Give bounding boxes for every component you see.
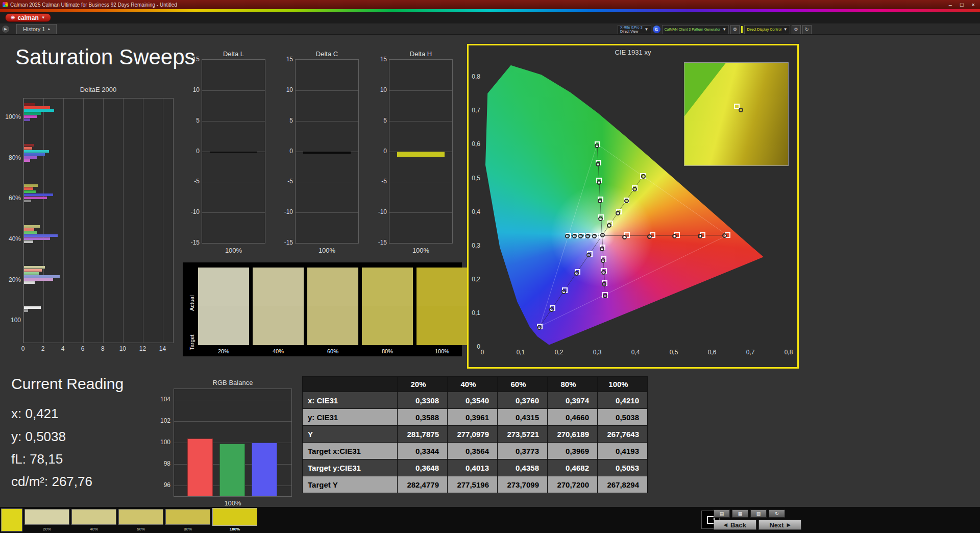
arrow-left-icon: ◀ — [724, 522, 727, 527]
target-color — [253, 306, 304, 345]
reset-button[interactable]: ↻ — [769, 510, 785, 518]
deltae-bar — [24, 144, 34, 147]
rgb-balance-chart[interactable]: RGB Balance 1041021009896 100% — [154, 379, 293, 507]
axis-tick-label: -10 — [278, 208, 293, 215]
reading-y: y: 0,5038 — [11, 429, 66, 445]
footer-swatch[interactable] — [118, 509, 163, 525]
footer-swatch[interactable] — [165, 509, 210, 525]
display-control-dropdown[interactable]: Direct Display Control ▼ — [744, 25, 790, 34]
table-row: Target y:CIE310,36480,40130,43580,46820,… — [303, 459, 648, 476]
delta-c-plot[interactable] — [295, 59, 359, 244]
deltae-bar — [24, 272, 39, 275]
screenshot-button[interactable]: ▤ — [714, 510, 730, 518]
gridline — [202, 243, 265, 244]
back-button[interactable]: ◀ Back — [714, 520, 756, 530]
cie-zoom-inset — [684, 62, 789, 166]
refresh-icon: ↻ — [805, 27, 809, 32]
axis-tick-label: 0,5 — [670, 349, 678, 356]
measured-circle-marker — [595, 143, 599, 148]
inset-gamut-region — [684, 63, 788, 165]
table-row: Target x:CIE310,33440,35640,37730,39690,… — [303, 443, 648, 459]
refresh-button[interactable]: ↻ — [802, 25, 812, 34]
delta-l-plot[interactable] — [202, 59, 265, 244]
deltae2000-chart[interactable]: DeltaE 2000 100%80%60%40%20%100 02468101… — [2, 86, 175, 356]
axis-tick-label: 10 — [119, 345, 126, 352]
delta_c[interactable]: Delta C 151050-5-10-15 100% — [279, 50, 359, 255]
axis-tick-label: 60% — [1, 195, 21, 202]
maximize-button[interactable]: □ — [960, 2, 964, 8]
gridline — [296, 60, 358, 60]
axis-category-label: 100% — [389, 247, 453, 254]
gridline — [389, 90, 452, 91]
footer-swatch[interactable] — [24, 509, 69, 525]
report-button[interactable]: ▧ — [750, 510, 767, 518]
deltae-bar — [24, 193, 53, 196]
pattern-generator-dropdown[interactable]: CalMAN Client 3 Pattern Generator ▼ — [662, 25, 729, 34]
chevron-down-icon: ▼ — [783, 27, 788, 32]
tab-history-1[interactable]: History 1 ▸ — [16, 24, 57, 34]
refresh-icon: ↻ — [775, 511, 779, 516]
actual-color — [253, 268, 304, 306]
axis-tick-label: 15 — [372, 56, 387, 63]
layout-button[interactable]: ▦ — [732, 510, 748, 518]
axis-tick-label: 98 — [153, 460, 170, 467]
comparison-swatch — [307, 268, 358, 345]
meter-status-icon[interactable]: i1 — [653, 26, 660, 33]
delta-h-plot[interactable] — [389, 59, 453, 244]
deltae-bar — [24, 112, 41, 115]
axis-tick-label: 6 — [81, 345, 85, 352]
measured-circle-marker — [586, 253, 591, 257]
axis-tick-label: 2 — [41, 345, 45, 352]
rgb-plot[interactable] — [174, 389, 292, 497]
target-color — [307, 306, 358, 345]
history-collapse-button[interactable]: ▶ — [2, 26, 9, 33]
display-control-name: Direct Display Control — [747, 28, 781, 31]
deltae-bar — [24, 106, 50, 109]
column-header: 40% — [448, 377, 498, 392]
chart-title: RGB Balance — [174, 379, 292, 386]
swatch-label: 60% — [307, 348, 358, 354]
meter-mode: Direct View — [620, 30, 643, 34]
cell-value: 0,3760 — [498, 392, 548, 409]
cie1931-chart[interactable]: CIE 1931 xy 0,80,70,60,50,40,30,20,10 00… — [467, 44, 799, 369]
display-settings-button[interactable]: ⚙ — [792, 25, 801, 34]
delta_l[interactable]: Delta L 151050-5-10-15 100% — [185, 50, 265, 255]
axis-tick-label: 0,2 — [555, 349, 564, 356]
saturation-swatch-panel[interactable]: Actual Target 20%40%60%80%100% — [183, 262, 462, 356]
close-button[interactable]: × — [972, 2, 975, 8]
axis-tick-label: 0,8 — [785, 349, 793, 356]
measured-circle-marker — [597, 180, 601, 185]
swatch-label: 100% — [416, 348, 468, 354]
pattern-generator-settings-button[interactable]: ⚙ — [730, 25, 740, 34]
axis-tick-label: 15 — [184, 56, 200, 63]
cell-value: 0,3564 — [448, 443, 498, 459]
actual-color — [416, 268, 468, 306]
deltae2000-plot[interactable] — [23, 98, 174, 343]
delta_h[interactable]: Delta H 151050-5-10-15 100% — [373, 50, 453, 255]
calman-logo-label: calman — [17, 14, 38, 21]
arrow-right-icon: ▶ — [787, 522, 791, 527]
meter-dropdown[interactable]: X-Rite i1Pro 3 Direct View ▼ — [618, 25, 651, 34]
cell-value: 0,4193 — [598, 443, 648, 459]
gridline — [389, 212, 452, 213]
axis-tick-label: -10 — [372, 208, 387, 215]
deltae-bar — [24, 197, 47, 199]
rgb-bar-green — [219, 444, 245, 496]
deltae-bar — [24, 281, 35, 284]
cell-value: 0,4660 — [548, 409, 598, 426]
swatch-label: 80% — [362, 348, 413, 354]
gridline — [174, 400, 291, 400]
axis-tick-label: 100% — [1, 113, 21, 120]
calman-menu-button[interactable]: ✳ calman ▼ — [5, 13, 51, 22]
deltae-bar — [24, 266, 45, 269]
axis-tick-label: 5 — [184, 117, 200, 124]
delta-bar — [303, 152, 351, 154]
measured-circle-marker — [598, 216, 603, 221]
minimize-button[interactable]: – — [949, 2, 952, 8]
next-button[interactable]: Next ▶ — [758, 520, 801, 530]
gridline — [202, 90, 265, 91]
footer-swatch[interactable] — [71, 509, 116, 525]
axis-tick-label: 100 — [153, 439, 170, 446]
footer-swatch[interactable] — [212, 508, 257, 526]
axis-tick-label: 0,3 — [469, 242, 480, 249]
